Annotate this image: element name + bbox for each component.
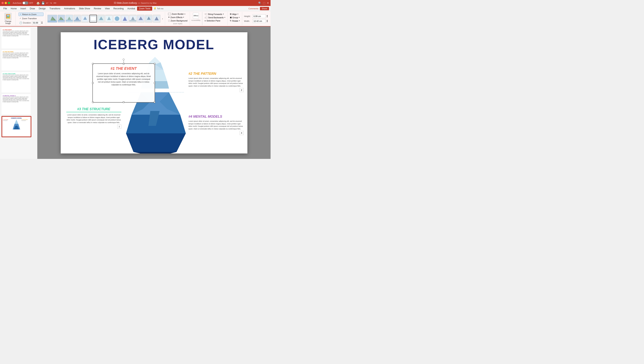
return-to-zoom-option[interactable]: ✓ Return to Zoom [19,12,44,16]
align-button[interactable]: ⊞ Align ▾ [229,13,241,16]
minimize-button[interactable] [5,2,7,4]
maximize-button[interactable] [8,2,10,4]
alt-text-button[interactable]: Alt Text Accessibility [190,12,202,25]
comments-btn[interactable]: Comments [248,8,258,10]
menu-file[interactable]: File [2,6,9,11]
size-group: Height: ▲ ▼ Width: ▲ ▼ [242,12,270,25]
duration-spinner[interactable]: ▲ ▼ [41,21,43,24]
saved-status: Saved to my Mac [141,2,157,4]
svg-rect-7 [58,20,65,22]
zoom-handle-bl[interactable] [92,102,94,103]
width-spinner[interactable]: ▲ ▼ [267,20,268,22]
send-backwards-button[interactable]: ↓⬚ Send Backwards ▾ [204,16,226,19]
slide-1-wrapper: 1 #1 THE EVENT Lorem ipsum dolor sit ame… [2,28,36,48]
zoom-box-content: #1 THE EVENT Lorem ipsum dolor sit amet,… [93,64,155,89]
thumbnail-6-selected[interactable] [89,15,97,22]
height-input[interactable] [253,14,266,18]
thumbnail-8[interactable] [105,15,113,22]
mental-models-text: Lorem ipsum dolor sit amet, consectetur … [188,120,244,130]
svg-rect-17 [90,16,96,21]
menu-review[interactable]: Review [92,6,103,11]
slide-5-thumbnail[interactable]: ICEBERG MODEL #1 THE EVENT Lorem ipsum..… [2,116,31,137]
arrange-group: ↑⬚ Bring Forwards ▾ ↓⬚ Send Backwards ▾ … [202,12,228,25]
menu-recording[interactable]: Recording [112,6,126,11]
zoom-selection-box[interactable]: #1 THE EVENT Lorem ipsum dolor sit amet,… [92,64,155,102]
svg-point-23 [115,16,119,21]
svg-marker-46 [126,133,186,152]
thumbnail-13[interactable] [145,15,152,22]
thumbnail-5[interactable] [81,15,89,22]
zoom-background-button[interactable]: ⬚ Zoom Background [167,19,188,22]
bring-forwards-button[interactable]: ↑⬚ Bring Forwards ▾ [204,13,226,16]
autosave-toggle[interactable] [23,2,28,4]
height-spinner[interactable]: ▲ ▼ [267,15,268,18]
slide-panel: 1 #1 THE EVENT Lorem ipsum dolor sit ame… [0,26,37,159]
zoom-handle-rc[interactable] [154,82,155,84]
menu-zoom-tools[interactable]: Zoom Tools [137,6,152,11]
change-image-button[interactable]: 🖼️ ChangeImage [3,12,13,25]
duration-label: Duration: [23,22,31,24]
zoom-border-button[interactable]: Zoom Border ▾ [167,13,188,15]
width-input[interactable] [253,19,266,23]
transform-group: ⊞ Align ▾ ▣ Group ▾ ↻ Rotate ▾ [228,12,242,25]
slide-body: #1 THE EVENT Lorem ipsum dolor sit amet,… [61,53,247,154]
thumbnail-2[interactable] [58,15,65,22]
mental-models-section: #4 MENTAL MODELS Lorem ipsum dolor sit a… [188,115,244,135]
slide-3-mini-title: #3 THE STRUCTURE [3,73,30,74]
thumbnail-9[interactable] [113,15,121,22]
zoom-handle-tl[interactable] [92,63,94,64]
rotate-button[interactable]: ↻ Rotate ▾ [229,20,241,22]
autosave-state: OFF [29,2,33,4]
width-row: Width: ▲ ▼ [244,19,268,23]
zoom-transition-label: Zoom Transition [22,17,37,20]
zoom-handle-tr[interactable] [154,63,155,64]
thumbnail-14[interactable] [153,15,160,22]
alt-text-icon: Alt Text [193,13,199,19]
menu-acrobat[interactable]: Acrobat [125,6,137,11]
menu-transitions[interactable]: Transitions [48,6,62,11]
slide-3-thumbnail[interactable]: #3 THE STRUCTURE Lorem ipsum dolor sit a… [2,72,31,92]
menu-view[interactable]: View [103,6,112,11]
autosave-label: AutoSave [13,2,22,4]
slide-1-mini-text: Lorem ipsum dolor sit amet, consectetur … [3,30,30,36]
menu-slideshow[interactable]: Slide Show [77,6,92,11]
thumbnail-12[interactable] [137,15,144,22]
title-bar-center: 🎞 Slide-Zoom-IceBurg- — Saved to my Mac [91,2,180,4]
duration-input[interactable] [32,21,41,24]
thumbnail-3[interactable] [66,15,73,22]
canvas-area: ICEBERG MODEL [37,26,271,159]
zoom-transition-option[interactable]: ✓ Zoom Transition [19,17,44,20]
thumbnail-10[interactable] [121,15,129,22]
thumbnail-11[interactable] [129,15,137,22]
structure-section: #3 THE STRUCTURE Lorem ipsum dolor sit a… [66,107,121,129]
zoom-options-group: ✓ Return to Zoom ✓ Zoom Transition 🕐 Dur… [16,12,46,25]
title-bar: AutoSave OFF 🏠 💾 ↩ ↪ ••• 🎞 Slide-Zoom-Ic… [0,0,271,6]
thumbnail-4[interactable] [74,15,81,22]
zoom-handle-br[interactable] [154,102,155,103]
selection-pane-button[interactable]: ≡ Selection Pane [204,20,226,22]
menu-insert[interactable]: Insert [19,6,28,11]
slide-1-thumbnail[interactable]: #1 THE EVENT Lorem ipsum dolor sit amet,… [2,28,31,48]
group-button[interactable]: ▣ Group ▾ [229,16,241,19]
zoom-handle-bc[interactable] [123,102,124,103]
slide-3-mini-text: Lorem ipsum dolor sit amet, consectetur … [3,74,30,80]
menu-home[interactable]: Home [9,6,19,11]
zoom-handle-lc[interactable] [92,82,94,84]
zoom-effects-button[interactable]: ✦ Zoom Effects ▾ [167,16,188,19]
menu-design[interactable]: Design [37,6,47,11]
slide-4-mini-text: Lorem ipsum dolor sit amet, consectetur … [3,96,30,102]
menu-animations[interactable]: Animations [62,6,77,11]
share-btn[interactable]: Share [260,7,269,10]
slide-badge-3: 3 [117,124,121,129]
tell-me[interactable]: 💡Tell me [154,7,163,10]
close-button[interactable] [2,2,4,4]
zoom-rotate-handle[interactable] [123,58,125,60]
slide-4-thumbnail[interactable]: #4 MENTAL MODELS Lorem ipsum dolor sit a… [2,94,31,114]
return-to-zoom-label: Return to Zoom [22,13,36,16]
thumbnail-1[interactable] [47,15,57,22]
more-thumbnails-button[interactable]: › [161,17,164,20]
menu-draw[interactable]: Draw [28,6,37,11]
slide-2-thumbnail[interactable]: #2 THE PATTERN Lorem ipsum dolor sit ame… [2,50,31,70]
height-row: Height: ▲ ▼ [244,14,268,18]
thumbnail-7[interactable] [97,15,105,22]
